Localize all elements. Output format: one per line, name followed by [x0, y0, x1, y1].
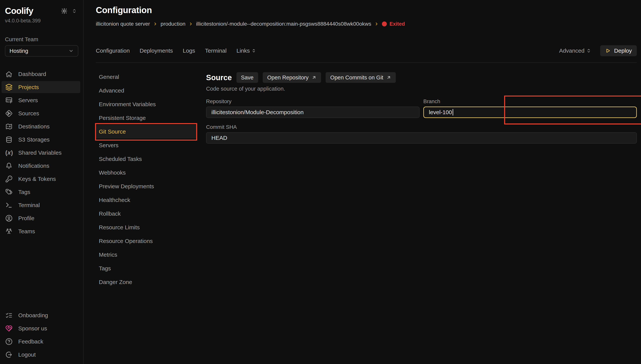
chevrons-up-down-icon[interactable] — [72, 8, 77, 14]
repository-field-group: Repository — [206, 98, 420, 118]
sidebar: Coolify v4.0.0-beta.399 Current Team Hos… — [0, 0, 84, 364]
tabs-divider — [96, 62, 637, 63]
app-logo: Coolify — [5, 6, 33, 16]
sidebar-item-label: Terminal — [18, 202, 40, 208]
git-source-panel: Source Save Open Repository Open Commits… — [206, 70, 637, 289]
deploy-button[interactable]: Deploy — [600, 45, 637, 56]
tags-icon — [5, 188, 13, 196]
breadcrumb-environment[interactable]: production — [161, 21, 186, 27]
advanced-menu[interactable]: Advanced — [559, 48, 591, 54]
subnav-item-environment-variables[interactable]: Environment Variables — [96, 98, 197, 111]
subnav-item-healthcheck[interactable]: Healthcheck — [96, 193, 197, 207]
open-commits-label: Open Commits on Git — [330, 74, 383, 81]
app-version: v4.0.0-beta.399 — [0, 16, 83, 24]
variables-icon: (x) — [5, 149, 13, 156]
chevron-right-icon — [374, 22, 379, 26]
text-cursor — [453, 109, 453, 116]
tab-links-label: Links — [237, 48, 250, 54]
sidebar-item-label: Destinations — [18, 123, 50, 130]
subnav-item-webhooks[interactable]: Webhooks — [96, 166, 197, 180]
sidebar-item-label: Keys & Tokens — [18, 176, 56, 182]
key-icon — [5, 175, 13, 182]
tab-terminal[interactable]: Terminal — [205, 48, 227, 54]
subnav-item-danger-zone[interactable]: Danger Zone — [96, 275, 197, 289]
repository-input[interactable] — [206, 106, 420, 118]
sidebar-item-tags[interactable]: Tags — [2, 186, 80, 198]
sidebar-item-servers[interactable]: Servers — [2, 94, 80, 106]
team-select-value: Hosting — [10, 48, 28, 54]
subnav-item-rollback[interactable]: Rollback — [96, 207, 197, 220]
arrow-up-right-icon — [386, 75, 391, 80]
subnav-item-scheduled-tasks[interactable]: Scheduled Tasks — [96, 152, 197, 166]
breadcrumb-application[interactable]: illicitestonion/-module--decomposition:m… — [196, 21, 371, 27]
save-button[interactable]: Save — [237, 72, 258, 83]
deploy-label: Deploy — [614, 48, 632, 54]
tab-links[interactable]: Links — [237, 48, 256, 54]
help-circle-icon — [5, 338, 13, 345]
subnav-item-metrics[interactable]: Metrics — [96, 248, 197, 262]
sidebar-item-onboarding[interactable]: Onboarding — [2, 309, 80, 321]
sidebar-item-label: Logout — [18, 352, 36, 358]
play-icon — [605, 48, 611, 54]
open-repository-label: Open Repository — [267, 74, 309, 81]
heart-hands-icon — [5, 325, 13, 332]
commit-sha-label: Commit SHA — [206, 124, 637, 130]
sidebar-item-s3-storages[interactable]: S3 Storages — [2, 134, 80, 146]
branch-label: Branch — [423, 98, 637, 105]
sidebar-item-feedback[interactable]: Feedback — [2, 336, 80, 348]
sidebar-item-sources[interactable]: Sources — [2, 107, 80, 119]
subnav-item-resource-limits[interactable]: Resource Limits — [96, 220, 197, 234]
sidebar-item-notifications[interactable]: Notifications — [2, 160, 80, 172]
tab-deployments[interactable]: Deployments — [140, 48, 173, 54]
subnav-item-advanced[interactable]: Advanced — [96, 84, 197, 98]
breadcrumb-project[interactable]: illicitonion quote server — [96, 21, 150, 27]
tab-logs[interactable]: Logs — [183, 48, 195, 54]
sidebar-item-label: Dashboard — [18, 71, 46, 77]
logout-icon — [5, 351, 13, 358]
sidebar-item-destinations[interactable]: Destinations — [2, 120, 80, 132]
sidebar-item-sponsor[interactable]: Sponsor us — [2, 322, 80, 334]
tab-configuration[interactable]: Configuration — [96, 48, 130, 54]
open-repository-button[interactable]: Open Repository — [263, 72, 321, 83]
subnav-item-git-source[interactable]: Git Source — [96, 125, 197, 138]
users-icon — [5, 228, 13, 235]
sun-icon[interactable] — [61, 8, 68, 14]
branch-input[interactable]: level-100 — [423, 106, 637, 118]
tabs-row: Configuration Deployments Logs Terminal … — [96, 45, 637, 56]
arrow-up-right-icon — [312, 75, 317, 80]
section-description: Code source of your application. — [206, 86, 637, 92]
subnav-item-persistent-storage[interactable]: Persistent Storage — [96, 111, 197, 125]
sidebar-item-projects[interactable]: Projects — [2, 81, 80, 93]
advanced-label: Advanced — [559, 48, 584, 54]
sidebar-header: Coolify — [0, 0, 83, 16]
sidebar-item-terminal[interactable]: Terminal — [2, 199, 80, 211]
subnav-item-tags[interactable]: Tags — [96, 262, 197, 275]
subnav-item-resource-operations[interactable]: Resource Operations — [96, 234, 197, 248]
commit-sha-input[interactable] — [206, 132, 637, 144]
sidebar-item-keys-tokens[interactable]: Keys & Tokens — [2, 173, 80, 185]
home-icon — [5, 70, 13, 78]
sidebar-item-logout[interactable]: Logout — [2, 348, 80, 360]
sidebar-item-teams[interactable]: Teams — [2, 225, 80, 237]
sidebar-item-label: Sources — [18, 110, 39, 117]
database-icon — [5, 136, 13, 143]
sidebar-item-label: Projects — [18, 84, 39, 90]
sidebar-item-dashboard[interactable]: Dashboard — [2, 68, 80, 80]
branch-value: level-100 — [429, 109, 452, 116]
chevrons-up-down-icon — [586, 48, 591, 53]
commit-sha-field-group: Commit SHA — [206, 124, 637, 144]
branch-field-group: Branch level-100 — [423, 98, 637, 118]
sidebar-item-shared-variables[interactable]: (x) Shared Variables — [2, 147, 80, 159]
layers-icon — [5, 84, 13, 91]
open-commits-button[interactable]: Open Commits on Git — [326, 72, 396, 83]
subnav-item-preview-deployments[interactable]: Preview Deployments — [96, 180, 197, 193]
sidebar-item-label: S3 Storages — [18, 136, 50, 143]
team-select[interactable]: Hosting — [5, 45, 78, 56]
checklist-icon — [5, 312, 13, 319]
sidebar-item-profile[interactable]: Profile — [2, 212, 80, 224]
subnav-item-general[interactable]: General — [96, 70, 197, 84]
settings-subnav: General Advanced Environment Variables P… — [96, 70, 197, 289]
subnav-item-servers[interactable]: Servers — [96, 138, 197, 152]
chevron-down-icon — [69, 48, 74, 54]
current-team-label: Current Team — [0, 24, 83, 42]
